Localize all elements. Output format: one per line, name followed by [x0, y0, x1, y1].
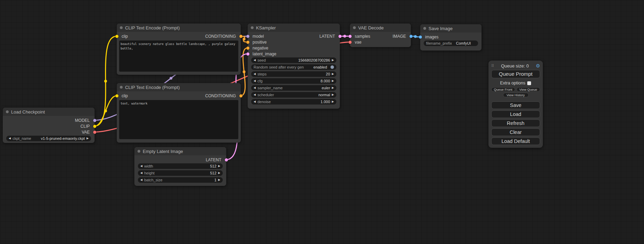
queue-front-button[interactable]: Queue Front: [491, 87, 515, 92]
prev-value-arrow-icon[interactable]: ◀: [140, 165, 142, 168]
seed-widget[interactable]: ◀ seed 156680208700286 ▶: [251, 57, 336, 63]
drag-handle-icon[interactable]: ⠿: [491, 64, 494, 68]
next-value-arrow-icon[interactable]: ▶: [332, 59, 334, 62]
next-value-arrow-icon[interactable]: ▶: [218, 172, 220, 174]
node-header[interactable]: VAE Decode: [350, 24, 411, 32]
node-ksampler[interactable]: KSampler model LATENT positive negative …: [248, 24, 340, 109]
next-value-arrow-icon[interactable]: ▶: [332, 80, 334, 82]
collapse-dot-icon[interactable]: [120, 86, 123, 89]
node-save-image[interactable]: Save Image images filename_prefix ComfyU…: [420, 24, 482, 51]
sampler-name-widget[interactable]: ◀ sampler_name euler ▶: [251, 85, 336, 91]
collapse-dot-icon[interactable]: [353, 26, 356, 29]
node-header[interactable]: CLIP Text Encode (Prompt): [117, 24, 241, 32]
node-clip-text-encode-negative[interactable]: CLIP Text Encode (Prompt) clip CONDITION…: [117, 83, 241, 143]
output-slot-vae: VAE: [3, 129, 95, 135]
positive-link-midpoint-dot: [243, 38, 246, 40]
vae-output-dot[interactable]: [93, 130, 96, 134]
negative-prompt-textarea[interactable]: text, watermark: [119, 100, 238, 139]
clip-input-dot[interactable]: [115, 35, 118, 38]
image-output-dot[interactable]: [409, 35, 413, 38]
prev-value-arrow-icon[interactable]: ◀: [254, 59, 256, 62]
prev-value-arrow-icon[interactable]: ◀: [140, 179, 142, 181]
slot-row: clip CONDITIONING: [117, 93, 241, 99]
prev-value-arrow-icon[interactable]: ◀: [254, 93, 256, 96]
random-seed-toggle-icon[interactable]: [330, 65, 334, 69]
image-link-midpoint-dot: [414, 35, 417, 38]
extra-options-label: Extra options: [500, 81, 526, 85]
next-value-arrow-icon[interactable]: ▶: [332, 93, 334, 96]
latent-output-dot[interactable]: [338, 35, 342, 38]
node-vae-decode[interactable]: VAE Decode samples IMAGE vae: [350, 24, 411, 47]
widget-label: steps: [257, 72, 266, 76]
node-header[interactable]: Save Image: [420, 24, 482, 33]
denoise-widget[interactable]: ◀ denoise 1.000 ▶: [251, 99, 336, 105]
negative-input-dot[interactable]: [246, 46, 249, 49]
input-label: negative: [253, 46, 268, 51]
collapse-dot-icon[interactable]: [120, 26, 123, 29]
settings-gear-icon[interactable]: ⚙: [536, 63, 540, 69]
steps-widget[interactable]: ◀ steps 20 ▶: [251, 71, 336, 77]
cfg-widget[interactable]: ◀ cfg 8.000 ▶: [251, 78, 336, 84]
scheduler-widget[interactable]: ◀ scheduler normal ▶: [251, 92, 336, 98]
prev-value-arrow-icon[interactable]: ◀: [140, 172, 142, 174]
clear-button[interactable]: Clear: [491, 128, 540, 136]
prev-value-arrow-icon[interactable]: ◀: [254, 73, 256, 75]
vae-input-dot[interactable]: [349, 40, 352, 44]
node-clip-text-encode-positive[interactable]: CLIP Text Encode (Prompt) clip CONDITION…: [117, 24, 241, 75]
next-value-arrow-icon[interactable]: ▶: [332, 100, 334, 103]
next-value-arrow-icon[interactable]: ▶: [218, 179, 220, 181]
clip-output-dot[interactable]: [93, 125, 96, 128]
widget-value: 20: [326, 72, 330, 76]
positive-input-dot[interactable]: [246, 40, 249, 44]
prev-value-arrow-icon[interactable]: ◀: [254, 87, 256, 89]
conditioning-output-dot[interactable]: [239, 35, 242, 38]
prev-value-arrow-icon[interactable]: ◀: [254, 80, 256, 82]
samples-input-dot[interactable]: [349, 35, 352, 38]
load-button[interactable]: Load: [491, 110, 540, 118]
node-header[interactable]: Load Checkpoint: [3, 108, 95, 116]
latent-output-dot[interactable]: [225, 158, 228, 161]
images-input-dot[interactable]: [419, 35, 422, 38]
input-label: positive: [253, 40, 267, 45]
node-header[interactable]: Empty Latent Image: [134, 147, 226, 155]
view-history-button[interactable]: View History: [503, 93, 529, 97]
model-input-dot[interactable]: [246, 35, 249, 38]
node-load-checkpoint[interactable]: Load Checkpoint MODEL CLIP VAE ◀ ckpt_na…: [3, 108, 95, 143]
output-slot-model: MODEL: [3, 117, 95, 123]
load-default-button[interactable]: Load Default: [491, 137, 540, 145]
height-widget[interactable]: ◀ height 512 ▶: [138, 170, 223, 176]
slot-row-samples-image: samples IMAGE: [350, 33, 411, 39]
model-output-dot[interactable]: [93, 119, 96, 122]
ckpt-name-widget[interactable]: ◀ ckpt_name v1-5-pruned-emaonly.ckpt ▶: [6, 136, 91, 141]
view-queue-button[interactable]: View Queue: [517, 87, 540, 92]
refresh-button[interactable]: Refresh: [491, 119, 540, 127]
filename-prefix-widget[interactable]: filename_prefix ComfyUI: [424, 40, 478, 46]
save-button[interactable]: Save: [491, 101, 540, 109]
extra-options-checkbox[interactable]: [527, 81, 531, 85]
conditioning-output-dot[interactable]: [239, 94, 242, 97]
output-label: CONDITIONING: [205, 93, 236, 98]
prev-value-arrow-icon[interactable]: ◀: [254, 100, 256, 103]
batch-size-widget[interactable]: ◀ batch_size 1 ▶: [138, 177, 223, 183]
next-value-arrow-icon[interactable]: ▶: [332, 73, 334, 75]
queue-prompt-button[interactable]: Queue Prompt: [491, 70, 540, 78]
node-header[interactable]: CLIP Text Encode (Prompt): [117, 83, 241, 91]
output-label: CLIP: [80, 124, 90, 129]
node-empty-latent-image[interactable]: Empty Latent Image LATENT ◀ width 512 ▶ …: [134, 147, 226, 186]
prev-value-arrow-icon[interactable]: ◀: [9, 137, 11, 140]
collapse-dot-icon[interactable]: [423, 27, 426, 30]
positive-prompt-textarea[interactable]: beautiful scenery nature glass bottle la…: [119, 40, 238, 72]
model-link-midpoint-dot: [170, 77, 173, 80]
node-header[interactable]: KSampler: [248, 24, 340, 32]
latent-image-input-dot[interactable]: [246, 52, 249, 55]
next-value-arrow-icon[interactable]: ▶: [332, 87, 334, 89]
collapse-dot-icon[interactable]: [138, 150, 140, 153]
random-seed-widget[interactable]: Random seed after every gen enabled: [251, 64, 336, 70]
collapse-dot-icon[interactable]: [6, 110, 9, 113]
width-widget[interactable]: ◀ width 512 ▶: [138, 163, 223, 169]
next-value-arrow-icon[interactable]: ▶: [218, 165, 220, 168]
next-value-arrow-icon[interactable]: ▶: [87, 137, 89, 140]
clip-input-dot[interactable]: [115, 94, 118, 97]
collapse-dot-icon[interactable]: [251, 26, 254, 29]
queue-menu-panel: ⠿ Queue size: 0 ⚙ Queue Prompt Extra opt…: [488, 61, 543, 148]
